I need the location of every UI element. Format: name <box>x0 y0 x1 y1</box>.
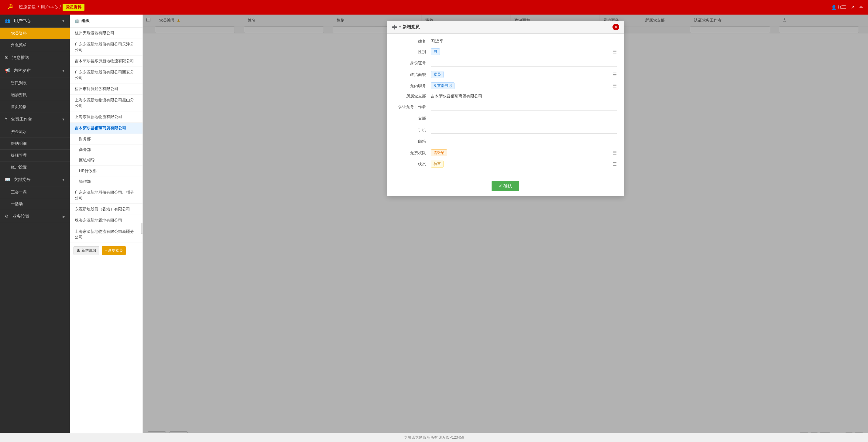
chevron-right-icon: ▼ <box>62 69 65 73</box>
sidebar-item-role-menu[interactable]: 角色菜单 <box>0 39 70 51</box>
sidebar-item-account-settings[interactable]: 账户设置 <box>0 162 70 173</box>
modal-footer: ✔ 确认 <box>387 177 624 196</box>
sidebar-item-three-meeting[interactable]: 三会一课 <box>0 186 70 198</box>
content-area: 🏢 组织 杭州天瑞运输有限公司 广东东源新地股份有限公司天津分公司 吉木萨尔县东… <box>70 14 868 442</box>
main-panel: 党员编号 ▲ 姓名 性别 审核 <box>143 14 868 442</box>
form-row-auth-worker: 认证党务工作者 <box>394 103 617 110</box>
form-row-branch2: 支部 <box>394 115 617 122</box>
form-value-phone <box>431 126 617 134</box>
phone-input[interactable] <box>431 126 617 134</box>
org-sub-item[interactable]: 财务部 <box>70 134 143 144</box>
branch2-input[interactable] <box>431 115 617 122</box>
idcard-input[interactable] <box>431 60 617 67</box>
sidebar-item-payment-detail[interactable]: 缴纳明细 <box>0 138 70 150</box>
org-item[interactable]: 上海东源新地物流有限公司新疆分公司 <box>70 226 143 243</box>
sidebar-item-msg-push[interactable]: ✉ 消息推送 <box>0 51 70 64</box>
sidebar: 👥 用户中心 ▼ 党员资料 角色菜单 ✉ 消息推送 📢 内容发布 ▼ <box>0 14 70 442</box>
org-item[interactable]: 广东东源新地股份有限公司西安分公司 <box>70 67 143 83</box>
org-item[interactable]: 珠海东源新地置地有限公司 <box>70 215 143 226</box>
org-item[interactable]: 吉木萨尔县东源新地物流有限公司 <box>70 56 143 67</box>
form-label-gender: 性别 <box>394 49 431 55</box>
collapse-org-panel-button[interactable]: « <box>141 223 143 234</box>
form-label-idcard: 身份证号 <box>394 60 431 66</box>
org-sub-item[interactable]: HR行政部 <box>70 166 143 176</box>
fee-perm-select-icon[interactable]: ☰ <box>613 150 617 156</box>
org-item[interactable]: 东源新地股份（香港）有限公司 <box>70 204 143 215</box>
top-header: ☭ 燎原党建 / 用户中心 / 党员资料 👤 张三 ↗ ✏ <box>0 0 868 14</box>
org-item[interactable]: 上海东源新地物流有限公司 <box>70 111 143 123</box>
org-panel-footer: 田 新增组织 + 新增党员 <box>70 243 143 258</box>
settings-icon[interactable]: ✏ <box>860 5 863 10</box>
chevron-down-icon: ▼ <box>62 19 65 23</box>
form-row-name: 姓名 习近平 <box>394 39 617 44</box>
party-fee-icon: ¥ <box>5 116 7 122</box>
sidebar-item-content-publish[interactable]: 📢 内容发布 ▼ <box>0 64 70 77</box>
form-value-auth-worker <box>431 103 617 110</box>
sidebar-item-one-activity[interactable]: 一活动 <box>0 198 70 210</box>
sidebar-item-fund-flow[interactable]: 资金流水 <box>0 126 70 138</box>
form-row-gender: 性别 男 ☰ <box>394 48 617 55</box>
sidebar-item-member-data[interactable]: 党员资料 <box>0 28 70 39</box>
form-label-fee-perm: 党费权限 <box>394 150 431 156</box>
add-member-button-footer[interactable]: + 新增党员 <box>102 246 125 255</box>
org-panel-header: 🏢 组织 <box>70 14 143 28</box>
org-item[interactable]: 广东东源新地股份有限公司天津分公司 <box>70 39 143 56</box>
gender-select-icon[interactable]: ☰ <box>613 49 617 55</box>
email-input[interactable] <box>431 138 617 145</box>
auth-worker-input[interactable] <box>431 103 617 110</box>
form-label-email: 邮箱 <box>394 139 431 144</box>
add-org-button[interactable]: 田 新增组织 <box>73 246 99 255</box>
user-name-display: 👤 张三 <box>831 5 846 10</box>
plus-icon: ➕ <box>392 25 397 29</box>
form-row-phone: 手机 <box>394 126 617 134</box>
logout-icon[interactable]: ↗ <box>851 5 855 10</box>
sidebar-item-branch-affairs[interactable]: 📖 支部党务 ▼ <box>0 173 70 186</box>
confirm-button[interactable]: ✔ 确认 <box>492 181 520 191</box>
form-value-name: 习近平 <box>431 39 617 44</box>
form-label-status: 状态 <box>394 162 431 167</box>
org-sub-item[interactable]: 区域领导 <box>70 155 143 166</box>
form-row-status: 状态 待审 ☰ <box>394 161 617 168</box>
status-select-icon[interactable]: ☰ <box>613 161 617 167</box>
biz-settings-icon: ⚙ <box>5 214 9 218</box>
form-label-branch2: 支部 <box>394 116 431 121</box>
org-item[interactable]: 上海东源新地物流有限公司昆山分公司 <box>70 95 143 111</box>
form-value-status: 待审 ☰ <box>431 161 617 168</box>
form-label-party-role: 党内职务 <box>394 83 431 89</box>
org-item[interactable]: 广东东源新地股份有限公司广州分公司 <box>70 187 143 204</box>
header-right: 👤 张三 ↗ ✏ <box>831 5 863 10</box>
form-row-branch: 所属党支部 吉木萨尔县佰臻商贸有限公司 <box>394 94 617 99</box>
form-value-party-role: 党支部书记 ☰ <box>431 82 617 89</box>
party-role-tag: 党支部书记 <box>431 82 455 89</box>
form-row-fee-perm: 党费权限 需缴纳 ☰ <box>394 149 617 156</box>
add-member-modal: ➕ + 新增党员 ✕ 姓名 习近平 <box>387 21 624 196</box>
sidebar-item-home-carousel[interactable]: 首页轮播 <box>0 101 70 113</box>
sidebar-item-biz-settings[interactable]: ⚙ 业务设置 ▶ <box>0 210 70 223</box>
org-item[interactable]: 梧州市利源船务有限公司 <box>70 83 143 95</box>
org-sub-item[interactable]: 操作部 <box>70 176 143 187</box>
political-select-icon[interactable]: ☰ <box>613 72 617 77</box>
org-sub-item[interactable]: 商务部 <box>70 144 143 155</box>
org-header-icon: 🏢 <box>75 19 80 23</box>
party-role-select-icon[interactable]: ☰ <box>613 83 617 89</box>
form-row-idcard: 身份证号 <box>394 60 617 67</box>
page-footer: © 燎原党建 版权所有 浙A ICP123456 <box>0 433 868 442</box>
gender-tag: 男 <box>431 48 440 55</box>
sidebar-item-add-news[interactable]: 增加资讯 <box>0 89 70 101</box>
modal-close-button[interactable]: ✕ <box>613 24 619 30</box>
form-label-political: 政治面貌 <box>394 72 431 77</box>
main-layout: 👥 用户中心 ▼ 党员资料 角色菜单 ✉ 消息推送 📢 内容发布 ▼ <box>0 14 868 442</box>
form-label-auth-worker: 认证党务工作者 <box>394 104 431 110</box>
sidebar-item-news-list[interactable]: 资讯列表 <box>0 77 70 89</box>
org-item[interactable]: 杭州天瑞运输有限公司 <box>70 28 143 39</box>
form-value-branch2 <box>431 115 617 122</box>
org-item-active[interactable]: 吉木萨尔县佰臻商贸有限公司 <box>70 123 143 134</box>
sidebar-item-withdraw-mgmt[interactable]: 提现管理 <box>0 150 70 162</box>
form-label-phone: 手机 <box>394 127 431 133</box>
breadcrumb: 燎原党建 / 用户中心 / 党员资料 <box>19 4 85 11</box>
sidebar-item-user-center[interactable]: 👥 用户中心 ▼ <box>0 14 70 28</box>
form-row-party-role: 党内职务 党支部书记 ☰ <box>394 82 617 89</box>
form-row-political: 政治面貌 党员 ☰ <box>394 71 617 78</box>
app-logo: ☭ <box>5 2 16 13</box>
sidebar-item-party-fee[interactable]: ¥ 党费工作台 ▼ <box>0 113 70 126</box>
